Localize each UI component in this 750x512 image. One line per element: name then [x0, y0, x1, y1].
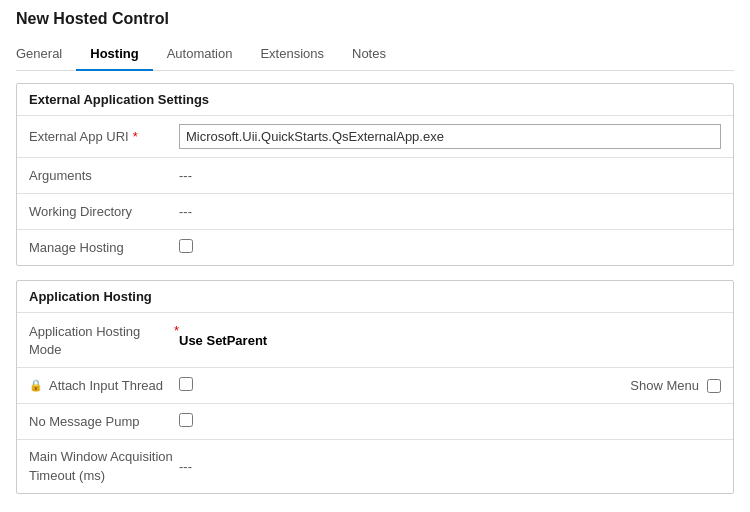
attach-input-thread-row: 🔒 Attach Input Thread Show Menu [17, 367, 733, 403]
attach-input-thread-value [179, 377, 630, 394]
no-message-pump-value [179, 413, 721, 430]
no-message-pump-label: No Message Pump [29, 414, 179, 429]
app-hosting-section-title: Application Hosting [17, 281, 733, 312]
manage-hosting-checkbox[interactable] [179, 239, 193, 253]
tab-notes[interactable]: Notes [338, 38, 400, 71]
main-window-acquisition-timeout-row: Main Window Acquisition Timeout (ms) --- [17, 439, 733, 492]
external-app-uri-value[interactable] [179, 124, 721, 149]
external-app-section-title: External Application Settings [17, 84, 733, 115]
working-directory-value: --- [179, 204, 721, 219]
tab-general[interactable]: General [16, 38, 76, 71]
no-message-pump-row: No Message Pump [17, 403, 733, 439]
manage-hosting-label: Manage Hosting [29, 240, 179, 255]
tab-hosting[interactable]: Hosting [76, 38, 152, 71]
manage-hosting-value [179, 239, 721, 256]
arguments-label: Arguments [29, 168, 179, 183]
attach-input-thread-label: 🔒 Attach Input Thread [29, 378, 179, 393]
tab-bar: General Hosting Automation Extensions No… [16, 38, 734, 71]
external-app-uri-required: * [133, 129, 138, 144]
lock-icon: 🔒 [29, 379, 43, 392]
attach-input-thread-checkbox[interactable] [179, 377, 193, 391]
application-hosting-mode-label: Application Hosting Mode * [29, 321, 179, 359]
main-window-acquisition-timeout-label: Main Window Acquisition Timeout (ms) [29, 448, 179, 484]
show-menu-label: Show Menu [630, 378, 699, 393]
arguments-row: Arguments --- [17, 157, 733, 193]
main-window-acquisition-timeout-value: --- [179, 459, 721, 474]
show-menu-checkbox[interactable] [707, 379, 721, 393]
manage-hosting-row: Manage Hosting [17, 229, 733, 265]
tab-automation[interactable]: Automation [153, 38, 247, 71]
external-app-settings-section: External Application Settings External A… [16, 83, 734, 266]
page-title: New Hosted Control [16, 10, 734, 28]
application-hosting-mode-value: Use SetParent [179, 333, 721, 348]
working-directory-label: Working Directory [29, 204, 179, 219]
application-hosting-mode-row: Application Hosting Mode * Use SetParent [17, 312, 733, 367]
no-message-pump-checkbox[interactable] [179, 413, 193, 427]
app-hosting-section: Application Hosting Application Hosting … [16, 280, 734, 494]
external-app-uri-row: External App URI * [17, 115, 733, 157]
arguments-value: --- [179, 168, 721, 183]
working-directory-row: Working Directory --- [17, 193, 733, 229]
tab-extensions[interactable]: Extensions [246, 38, 338, 71]
external-app-uri-label: External App URI * [29, 129, 179, 144]
external-app-uri-input[interactable] [179, 124, 721, 149]
show-menu-group: Show Menu [630, 378, 721, 393]
